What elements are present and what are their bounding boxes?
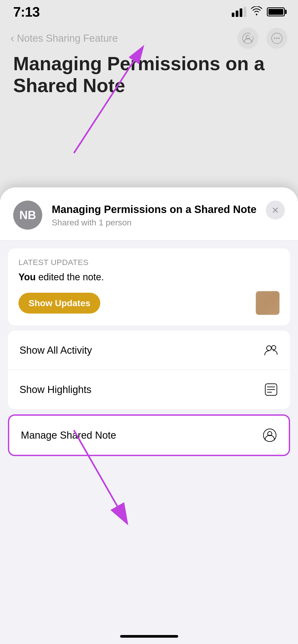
- person-circle-icon: [262, 428, 277, 443]
- manage-shared-note-wrapper: Manage Shared Note: [8, 414, 290, 456]
- nav-right-icons: [237, 28, 287, 49]
- updates-description: You edited the note.: [18, 271, 280, 284]
- latest-updates-card: Latest Updates You edited the note. Show…: [8, 248, 290, 325]
- people-icon: [264, 343, 278, 358]
- wifi-icon: [251, 6, 262, 18]
- note-title: Managing Permissions on a Shared Note: [13, 53, 285, 97]
- note-title-area: Managing Permissions on a Shared Note: [13, 53, 285, 97]
- home-indicator: [120, 635, 178, 638]
- battery-icon: [267, 7, 285, 16]
- signal-icon: [232, 7, 246, 17]
- updates-row: Show Updates: [18, 291, 280, 315]
- back-chevron-icon: ‹: [11, 32, 14, 45]
- sheet-header: NB Managing Permissions on a Shared Note…: [0, 187, 298, 240]
- manage-shared-note-label: Manage Shared Note: [21, 430, 116, 441]
- svg-point-5: [274, 38, 276, 39]
- bottom-sheet: NB Managing Permissions on a Shared Note…: [0, 187, 298, 644]
- highlights-list-icon: [264, 382, 278, 397]
- show-highlights-label: Show Highlights: [20, 384, 91, 395]
- svg-point-13: [272, 345, 276, 350]
- show-updates-button[interactable]: Show Updates: [18, 293, 100, 314]
- svg-point-7: [278, 38, 280, 39]
- nav-bar: ‹ Notes Sharing Feature: [0, 24, 298, 53]
- svg-point-6: [276, 38, 278, 39]
- show-all-activity-item[interactable]: Show All Activity: [8, 331, 290, 370]
- show-all-activity-label: Show All Activity: [20, 345, 92, 356]
- more-options-button[interactable]: [266, 28, 287, 49]
- latest-updates-label: Latest Updates: [18, 258, 280, 267]
- avatar: NB: [13, 201, 42, 230]
- menu-section: Show All Activity Show Highlights: [8, 331, 290, 409]
- status-bar: 7:13: [0, 0, 298, 24]
- updates-thumbnail: [256, 291, 280, 315]
- sheet-subtitle: Shared with 1 person: [52, 218, 257, 228]
- thumbnail-blur: [256, 291, 280, 315]
- updates-you: You: [18, 272, 36, 282]
- svg-point-12: [267, 346, 271, 351]
- share-manage-button[interactable]: [237, 28, 258, 49]
- sheet-title-group: Managing Permissions on a Shared Note Sh…: [52, 203, 257, 228]
- sheet-note-title: Managing Permissions on a Shared Note: [52, 203, 257, 216]
- sheet-header-left: NB Managing Permissions on a Shared Note…: [13, 201, 257, 230]
- status-icons: [232, 6, 285, 18]
- status-time: 7:13: [13, 4, 40, 20]
- manage-shared-note-item[interactable]: Manage Shared Note: [9, 416, 289, 455]
- back-label: Notes Sharing Feature: [17, 33, 118, 44]
- nav-back-button[interactable]: ‹ Notes Sharing Feature: [11, 32, 118, 45]
- close-button[interactable]: [266, 201, 285, 220]
- show-highlights-item[interactable]: Show Highlights: [8, 370, 290, 409]
